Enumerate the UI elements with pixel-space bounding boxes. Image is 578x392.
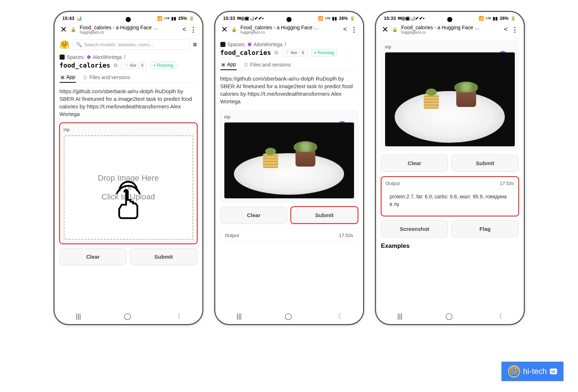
lte-icon: LTE [325,17,331,20]
lock-icon: 🔒 [70,27,76,32]
signal-icon: ▮▮ [171,16,176,21]
status-app-icon: 📊 [76,16,82,21]
signal-icon: ▮▮ [493,16,498,21]
copy-icon[interactable]: ⧉ [114,62,117,68]
more-icon[interactable]: ⋮ [512,26,518,34]
close-icon[interactable]: ✕ [221,25,228,34]
uploaded-image[interactable] [385,52,515,146]
output-panel: Output 17.53s [220,229,358,242]
breadcrumb-user[interactable]: AlexWortega [254,42,282,47]
status-bar: 15:43 📊 📶 LTE ▮▮ 25% 🔋 [55,12,202,22]
battery-icon: 🔋 [189,16,194,21]
output-label: Output [225,233,239,238]
clear-button[interactable]: Clear [220,207,288,224]
android-navbar: ||| ◯ 〈 [215,312,363,320]
share-icon[interactable]: < [182,26,186,33]
input-panel: inp Drop Image Here - or - Click to Uplo… [60,123,197,244]
project-title: food_calories [60,61,111,69]
nav-home-icon[interactable]: ◯ [445,312,453,320]
clear-button[interactable]: Clear [381,155,448,172]
close-icon[interactable]: ✕ [60,25,67,34]
like-button[interactable]: ♡ like 8 [121,62,147,69]
nav-home-icon[interactable]: ◯ [285,312,292,320]
lock-icon: 🔒 [392,27,398,32]
battery-text: 26% [500,16,508,21]
watermark-at-icon [508,365,520,378]
nav-back-icon[interactable]: 〈 [335,312,341,320]
breadcrumb: Spaces: AlexWortega / [220,42,358,47]
flag-button[interactable]: Flag [452,220,519,237]
tab-files[interactable]: ☰Files and versions [82,72,131,83]
tab-app[interactable]: ▣App [220,59,237,70]
status-time: 15:33 [223,16,235,21]
project-title: food_calories [220,49,271,56]
files-icon: ☰ [83,75,87,80]
phone-3: 15:33 ✉ ◎ ▣ 📊 ✔ ✔ • 📶 LTE ▮▮ 26% 🔋 ✕ 🔒 F… [375,11,525,325]
wifi-icon: 📶 [157,16,163,21]
nav-recents-icon[interactable]: ||| [76,313,81,320]
status-notif-icons: ✉ ◎ ▣ 📊 ✔ ✔ • [398,16,424,21]
output-text: protein:2.7, fat: 6.0, carbs: 9.8, ккал:… [386,189,514,212]
lte-icon: LTE [486,17,491,20]
nav-recents-icon[interactable]: ||| [397,313,402,320]
app-icon: ▣ [221,62,225,67]
hf-logo-icon[interactable]: 🤗 [60,40,69,49]
input-panel: inp ✎ ✕ [220,110,358,202]
submit-button[interactable]: Submit [291,207,358,224]
submit-button[interactable]: Submit [130,248,197,265]
lock-icon: 🔒 [231,27,237,32]
phone-1: 15:43 📊 📶 LTE ▮▮ 25% 🔋 ✕ 🔒 Food_calories… [53,11,203,325]
android-navbar: ||| ◯ 〈 [55,312,202,320]
more-icon[interactable]: ⋮ [351,26,357,34]
more-icon[interactable]: ⋮ [190,26,197,34]
tab-app[interactable]: ▣App [60,72,76,83]
user-avatar-icon [248,43,251,46]
status-notif-icons: ✉ ◎ ▣ 📊 ✔ ✔ • [237,16,263,21]
wifi-icon: 📶 [479,16,484,21]
input-panel: inp ✎ ✕ [381,40,519,150]
spaces-icon [60,55,65,60]
input-label: inp [385,44,515,49]
uploaded-image[interactable] [224,122,354,198]
battery-icon: 🔋 [350,16,355,21]
wifi-icon: 📶 [318,16,323,21]
breadcrumb: Spaces: AlexWortega / [60,54,197,60]
page-host: huggingface.co [401,30,500,34]
battery-text: 25% [178,16,187,21]
search-input[interactable]: 🔍 Search models, datasets, users… [72,39,190,50]
clear-button[interactable]: Clear [60,248,127,265]
nav-back-icon[interactable]: 〈 [496,312,502,320]
description-text: https://github.com/sberbank-ai/ru-dolph … [60,87,197,118]
breadcrumb-user[interactable]: AlexWortega [93,54,122,60]
signal-icon: ▮▮ [332,16,337,21]
browser-bar: ✕ 🔒 Food_calories - a Hugging Face … hug… [376,22,524,37]
tab-files[interactable]: ☰Files and versions [243,59,292,70]
battery-icon: 🔋 [510,16,516,21]
close-icon[interactable]: ✕ [382,25,388,34]
files-icon: ☰ [244,62,248,68]
share-icon[interactable]: < [504,26,508,33]
status-time: 15:33 [384,16,396,21]
phone-2: 15:33 ✉ ◎ ▣ 📊 ✔ ✔ • 📶 LTE ▮▮ 26% 🔋 ✕ 🔒 F… [214,11,364,325]
like-button[interactable]: ♡ like 8 [282,49,307,56]
screenshot-button[interactable]: Screenshot [381,220,448,237]
copy-icon[interactable]: ⧉ [275,49,278,56]
page-host: huggingface.co [80,30,179,34]
status-bar: 15:33 ✉ ◎ ▣ 📊 ✔ ✔ • 📶 LTE ▮▮ 26% 🔋 [376,12,524,22]
watermark-vk-badge: vk [550,369,557,374]
menu-icon[interactable]: ≡ [193,40,197,49]
nav-recents-icon[interactable]: ||| [237,313,242,320]
description-text: https://github.com/sberbank-ai/ru-dolph … [220,75,358,105]
submit-button[interactable]: Submit [452,155,519,172]
android-navbar: ||| ◯ 〈 [376,312,524,320]
status-bar: 15:33 ✉ ◎ ▣ 📊 ✔ ✔ • 📶 LTE ▮▮ 26% 🔋 [215,12,363,22]
nav-home-icon[interactable]: ◯ [124,312,131,320]
browser-bar: ✕ 🔒 Food_calories - a Hugging Face … hug… [215,22,363,37]
image-dropzone[interactable]: Drop Image Here - or - Click to Upload [64,135,193,240]
page-title: Food_calories - a Hugging Face … [80,25,179,30]
status-badge: Running [311,49,337,56]
status-time: 15:43 [62,16,74,21]
share-icon[interactable]: < [343,26,347,33]
nav-back-icon[interactable]: 〈 [174,312,181,320]
lte-icon: LTE [164,17,170,20]
